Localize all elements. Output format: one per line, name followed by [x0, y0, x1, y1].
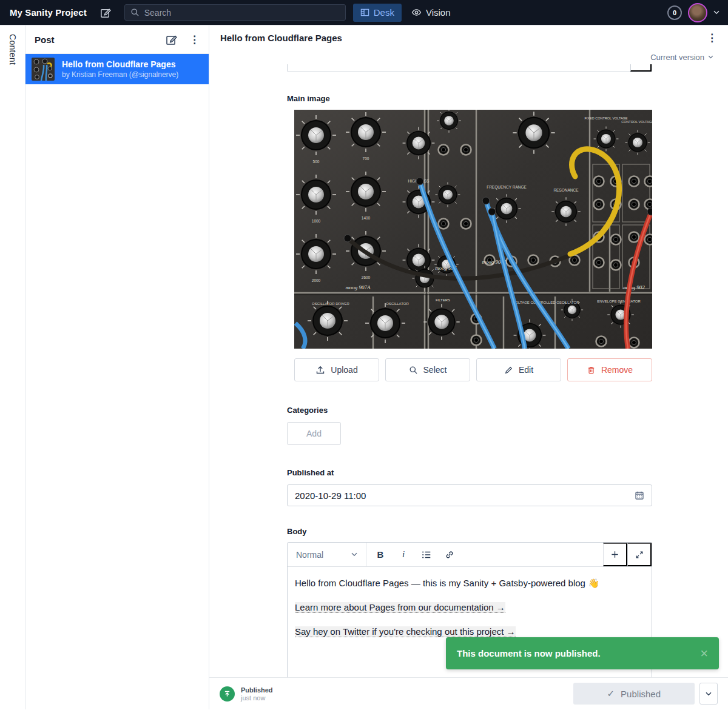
- remove-button-label: Remove: [601, 365, 633, 375]
- document-menu-button[interactable]: ⋮: [707, 33, 717, 43]
- search-icon: [409, 366, 418, 375]
- published-at-field[interactable]: [287, 484, 652, 506]
- select-button-label: Select: [423, 365, 447, 375]
- bold-button[interactable]: B: [371, 546, 389, 564]
- insert-block-button[interactable]: [603, 543, 627, 566]
- calendar-icon[interactable]: [635, 491, 644, 500]
- version-label: Current version: [650, 53, 704, 62]
- field-label-body: Body: [287, 527, 652, 536]
- tab-vision-label: Vision: [426, 7, 451, 18]
- document-footer: Published just now ✓ Published: [209, 677, 728, 709]
- eye-icon: [411, 7, 422, 18]
- publish-status-time: just now: [241, 694, 273, 702]
- notifications-badge[interactable]: 0: [667, 5, 682, 20]
- svg-text:1400: 1400: [362, 216, 371, 220]
- svg-text:2600: 2600: [362, 275, 371, 280]
- svg-text:ENVELOPE GENERATOR: ENVELOPE GENERATOR: [597, 300, 641, 303]
- svg-text:RESONANCE: RESONANCE: [553, 188, 579, 192]
- chevron-down-icon: [706, 692, 712, 696]
- document-form-scroll[interactable]: Main image: [209, 64, 728, 709]
- link-button[interactable]: [440, 546, 459, 564]
- version-selector[interactable]: Current version: [209, 50, 728, 64]
- body-paragraph[interactable]: Hello from Cloudflare Pages — this is my…: [295, 577, 644, 589]
- svg-text:OSCILLATOR DRIVER: OSCILLATOR DRIVER: [312, 302, 349, 306]
- post-list-panel: Post ⋮ Hello from Cloudflare Pages by Kr…: [25, 25, 209, 709]
- tab-desk[interactable]: Desk: [353, 4, 402, 22]
- post-item-subtitle: by Kristian Freeman (@signalnerve): [62, 70, 178, 79]
- tab-vision[interactable]: Vision: [404, 4, 458, 22]
- close-icon[interactable]: ×: [700, 647, 708, 660]
- panel-menu-button[interactable]: ⋮: [189, 35, 200, 45]
- bullet-list-icon: [422, 551, 431, 559]
- compose-icon: [100, 7, 111, 18]
- publish-toast: This document is now published. ×: [446, 637, 719, 669]
- publish-menu-button[interactable]: [699, 683, 718, 705]
- body-toolbar: Normal B i: [288, 543, 652, 567]
- badge-count: 0: [673, 9, 676, 16]
- add-category-button[interactable]: Add: [287, 422, 341, 445]
- upload-button-label: Upload: [331, 365, 357, 375]
- svg-text:500: 500: [313, 159, 320, 164]
- slug-input[interactable]: [288, 64, 630, 72]
- global-search[interactable]: [124, 4, 346, 21]
- field-label-main-image: Main image: [287, 94, 652, 103]
- bullet-list-button[interactable]: [417, 546, 436, 564]
- kebab-icon: ⋮: [707, 33, 717, 43]
- remove-button[interactable]: Remove: [567, 358, 652, 381]
- top-navbar: My Sanity Project Desk Vision 0: [0, 0, 728, 25]
- create-post-button[interactable]: [166, 34, 177, 45]
- italic-button[interactable]: i: [394, 546, 413, 564]
- tool-tabs: Desk Vision: [353, 4, 458, 22]
- svg-text:moog 902: moog 902: [623, 284, 645, 290]
- edit-button-label: Edit: [519, 365, 533, 375]
- svg-text:moog 907A: moog 907A: [345, 284, 371, 290]
- svg-text:FILTERS: FILTERS: [436, 298, 450, 302]
- slug-field-clipped[interactable]: [287, 64, 652, 72]
- user-avatar[interactable]: [688, 3, 707, 22]
- kebab-icon: ⋮: [189, 35, 200, 45]
- list-item[interactable]: Hello from Cloudflare Pages by Kristian …: [25, 54, 209, 84]
- svg-text:OSCILLATOR: OSCILLATOR: [386, 302, 409, 306]
- post-thumbnail: [32, 58, 55, 81]
- svg-text:2000: 2000: [312, 278, 321, 283]
- body-editor: Normal B i: [287, 542, 652, 694]
- compose-icon: [166, 34, 177, 45]
- check-icon: ✓: [607, 688, 615, 699]
- tab-desk-label: Desk: [374, 7, 394, 18]
- svg-text:CONTROL VOLTAGE: CONTROL VOLTAGE: [621, 120, 652, 124]
- chevron-down-icon: [351, 552, 357, 557]
- block-style-select[interactable]: Normal: [288, 543, 366, 566]
- chevron-down-icon[interactable]: [713, 10, 720, 15]
- svg-text:VOLTAGE CONTROLLED OSCILLATOR: VOLTAGE CONTROLLED OSCILLATOR: [513, 301, 579, 304]
- block-style-value: Normal: [296, 550, 323, 560]
- search-input[interactable]: [144, 8, 340, 18]
- sidebar-item-content[interactable]: Content: [8, 34, 18, 709]
- svg-text:700: 700: [363, 156, 369, 161]
- trash-icon: [587, 366, 596, 375]
- desk-icon: [360, 8, 369, 17]
- new-document-button[interactable]: [100, 7, 111, 18]
- published-at-input[interactable]: [295, 491, 635, 501]
- document-title: Hello from Cloudflare Pages: [220, 33, 342, 43]
- edit-button[interactable]: Edit: [476, 358, 561, 381]
- panel-title: Post: [35, 35, 55, 45]
- svg-text:FREQUENCY RANGE: FREQUENCY RANGE: [487, 185, 527, 190]
- image-field-actions: Upload Select Edit: [294, 358, 652, 381]
- pencil-icon: [504, 366, 513, 375]
- document-header: Hello from Cloudflare Pages ⋮: [209, 25, 728, 50]
- expand-icon: [635, 551, 644, 559]
- field-label-categories: Categories: [287, 406, 652, 415]
- publish-status-meta[interactable]: Published just now: [241, 686, 273, 702]
- chevron-down-icon: [708, 55, 713, 59]
- toast-message: This document is now published.: [457, 648, 601, 658]
- body-link[interactable]: Learn more about Pages from our document…: [295, 602, 505, 613]
- published-button[interactable]: ✓ Published: [573, 683, 695, 705]
- post-item-title: Hello from Cloudflare Pages: [62, 59, 178, 70]
- post-item-text: Hello from Cloudflare Pages by Kristian …: [62, 59, 178, 79]
- upload-button[interactable]: Upload: [294, 358, 379, 381]
- main-image[interactable]: 500700 HIGH PASS 10001400 20002600 FREQU…: [294, 110, 652, 349]
- slug-generate-button[interactable]: [630, 64, 652, 72]
- fullscreen-button[interactable]: [627, 543, 652, 566]
- body-link[interactable]: Say hey on Twitter if you're checking ou…: [295, 626, 516, 637]
- select-button[interactable]: Select: [385, 358, 470, 381]
